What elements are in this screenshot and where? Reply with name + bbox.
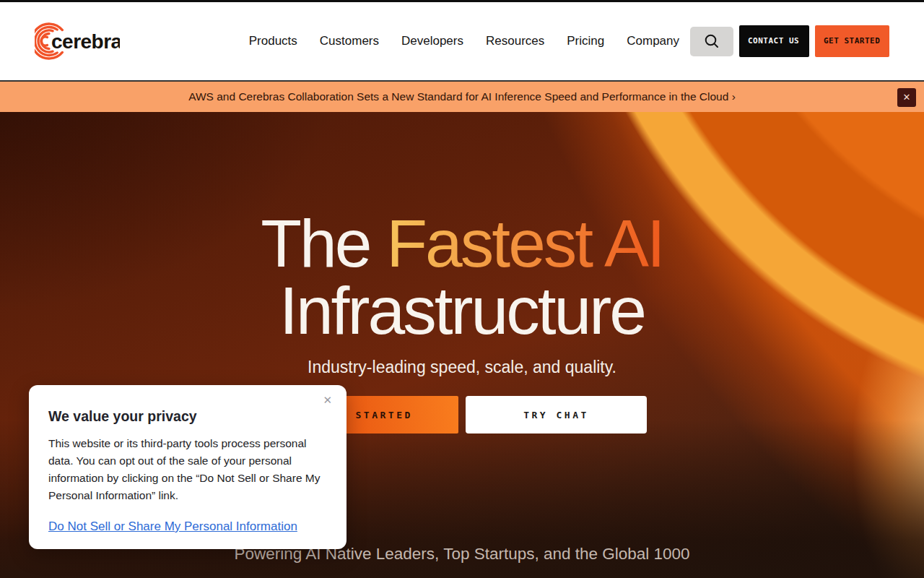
hero-title-white: The	[261, 206, 386, 281]
hero-title: The Fastest AIInfrastructure	[0, 112, 924, 345]
main-nav: Products Customers Developers Resources …	[249, 34, 679, 48]
hero-title-gradient: Fastest AI	[386, 206, 663, 281]
privacy-dialog-body: This website or its third-party tools pr…	[48, 435, 324, 504]
nav-item-developers[interactable]: Developers	[401, 34, 463, 48]
cerebras-logo[interactable]: cerebras	[35, 21, 120, 61]
header-actions: CONTACT US GET STARTED	[690, 25, 889, 57]
cerebras-logo-arcs-icon: cerebras	[35, 21, 120, 61]
nav-item-pricing[interactable]: Pricing	[567, 34, 604, 48]
contact-us-button[interactable]: CONTACT US	[739, 25, 809, 57]
nav-item-resources[interactable]: Resources	[486, 34, 544, 48]
hero-title-line2: Infrastructure	[279, 273, 645, 348]
announcement-banner: AWS and Cerebras Collaboration Sets a Ne…	[0, 80, 924, 112]
nav-item-company[interactable]: Company	[627, 34, 679, 48]
try-chat-button[interactable]: TRY CHAT	[466, 396, 647, 434]
hero-subtitle: Industry-leading speed, scale, and quali…	[0, 358, 924, 377]
search-button[interactable]	[690, 27, 733, 56]
svg-text:cerebras: cerebras	[51, 30, 120, 53]
banner-close-icon[interactable]: ✕	[897, 88, 916, 107]
privacy-close-icon[interactable]: ✕	[320, 391, 335, 410]
get-started-nav-button[interactable]: GET STARTED	[815, 25, 889, 57]
site-header: cerebras Products Customers Developers R…	[0, 2, 924, 80]
announcement-link[interactable]: AWS and Cerebras Collaboration Sets a Ne…	[188, 90, 736, 103]
search-icon	[704, 33, 720, 49]
do-not-sell-link[interactable]: Do Not Sell or Share My Personal Informa…	[48, 519, 297, 534]
nav-item-products[interactable]: Products	[249, 34, 297, 48]
privacy-dialog-title: We value your privacy	[48, 408, 327, 425]
privacy-consent-dialog: ✕ We value your privacy This website or …	[29, 385, 346, 549]
nav-item-customers[interactable]: Customers	[320, 34, 379, 48]
